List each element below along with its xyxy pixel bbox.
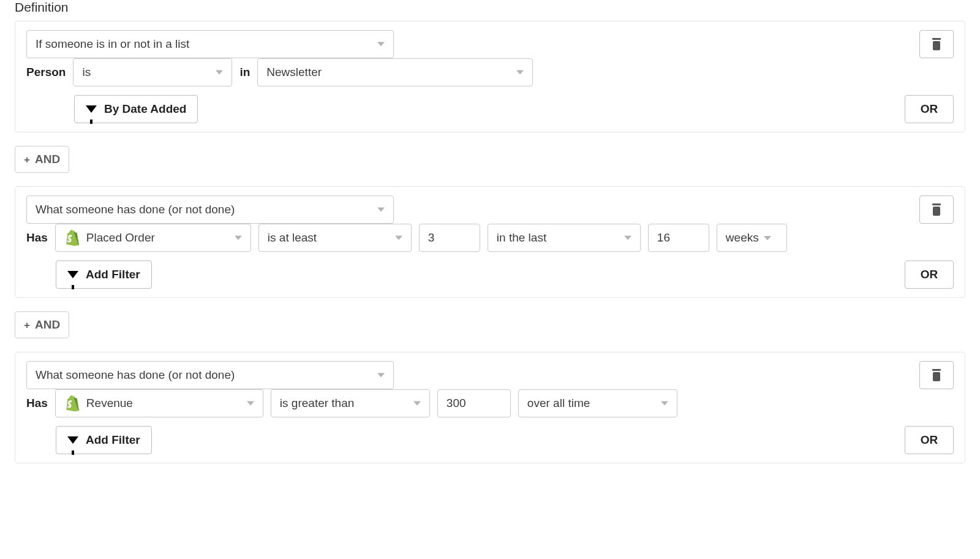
list-select[interactable]: Newsletter — [257, 58, 533, 86]
comparator-select[interactable]: is greater than — [271, 389, 430, 417]
filter-icon — [67, 436, 78, 444]
count-input[interactable]: 3 — [419, 224, 480, 252]
or-button[interactable]: OR — [905, 426, 954, 454]
timeframe-value-input[interactable]: 16 — [648, 224, 709, 252]
condition-block-1: If someone is in or not in a list Person… — [15, 21, 965, 132]
timeframe-op-select[interactable]: in the last — [488, 224, 641, 252]
trash-icon — [931, 38, 942, 50]
chevron-down-icon — [377, 373, 385, 378]
comparator-value: is at least — [268, 231, 317, 245]
condition-type-label: What someone has done (or not done) — [36, 203, 235, 216]
metric-select[interactable]: Revenue — [55, 389, 263, 417]
in-label: in — [239, 66, 250, 79]
add-filter-button[interactable]: Add Filter — [56, 426, 152, 454]
and-button[interactable]: + AND — [15, 146, 69, 173]
has-label: Has — [26, 397, 48, 410]
trash-icon — [931, 369, 942, 381]
or-label: OR — [921, 433, 938, 447]
timeframe-value: 16 — [657, 231, 670, 245]
metric-value: Placed Order — [86, 231, 155, 245]
chevron-down-icon — [377, 42, 385, 47]
chevron-down-icon — [661, 401, 668, 406]
chevron-down-icon — [216, 70, 223, 75]
person-label: Person — [26, 66, 66, 79]
timeframe-unit-value: weeks — [726, 231, 759, 245]
metric-value: Revenue — [86, 397, 133, 410]
add-filter-label: Add Filter — [86, 268, 140, 281]
person-operator-value: is — [82, 66, 91, 79]
delete-condition-button[interactable] — [919, 196, 954, 224]
condition-type-select[interactable]: If someone is in or not in a list — [26, 30, 394, 58]
and-button[interactable]: + AND — [15, 311, 69, 338]
list-value: Newsletter — [266, 66, 322, 79]
condition-type-select[interactable]: What someone has done (or not done) — [26, 196, 394, 224]
and-label: AND — [35, 153, 60, 166]
filter-icon — [86, 105, 97, 113]
condition-type-select[interactable]: What someone has done (or not done) — [26, 361, 394, 389]
timeframe-unit-select[interactable]: weeks — [717, 224, 787, 252]
delete-condition-button[interactable] — [919, 361, 954, 389]
chevron-down-icon — [413, 401, 421, 406]
timeframe-op-value: in the last — [497, 231, 546, 245]
chevron-down-icon — [764, 236, 771, 240]
count-value: 3 — [428, 231, 435, 245]
chevron-down-icon — [395, 236, 402, 240]
condition-block-3: What someone has done (or not done) Has … — [15, 352, 965, 463]
chevron-down-icon — [516, 70, 524, 75]
or-label: OR — [921, 268, 938, 281]
chevron-down-icon — [235, 236, 242, 240]
comparator-select[interactable]: is at least — [258, 224, 412, 252]
add-filter-label: Add Filter — [86, 433, 140, 447]
add-filter-button[interactable]: Add Filter — [56, 260, 152, 289]
plus-icon: + — [24, 154, 30, 165]
chevron-down-icon — [624, 236, 631, 240]
or-button[interactable]: OR — [905, 95, 954, 123]
value-input[interactable]: 300 — [437, 389, 511, 417]
has-label: Has — [26, 231, 48, 245]
value: 300 — [447, 397, 466, 410]
condition-type-label: What someone has done (or not done) — [36, 368, 235, 382]
by-date-added-button[interactable]: By Date Added — [74, 95, 198, 123]
and-label: AND — [35, 318, 60, 332]
plus-icon: + — [24, 320, 30, 330]
by-date-added-label: By Date Added — [104, 102, 186, 116]
definition-heading: Definition — [15, 0, 965, 15]
person-operator-select[interactable]: is — [73, 58, 232, 86]
or-label: OR — [921, 102, 938, 116]
condition-type-label: If someone is in or not in a list — [36, 37, 189, 51]
timeframe-select[interactable]: over all time — [518, 389, 677, 417]
timeframe-value: over all time — [527, 397, 590, 410]
filter-icon — [67, 271, 78, 278]
metric-select[interactable]: Placed Order — [55, 224, 251, 252]
or-button[interactable]: OR — [905, 260, 954, 289]
comparator-value: is greater than — [280, 397, 354, 410]
delete-condition-button[interactable] — [919, 30, 954, 58]
chevron-down-icon — [377, 208, 385, 212]
shopify-icon — [64, 395, 80, 412]
chevron-down-icon — [247, 401, 254, 406]
trash-icon — [931, 203, 942, 216]
shopify-icon — [64, 229, 80, 246]
condition-block-2: What someone has done (or not done) Has … — [15, 186, 965, 298]
